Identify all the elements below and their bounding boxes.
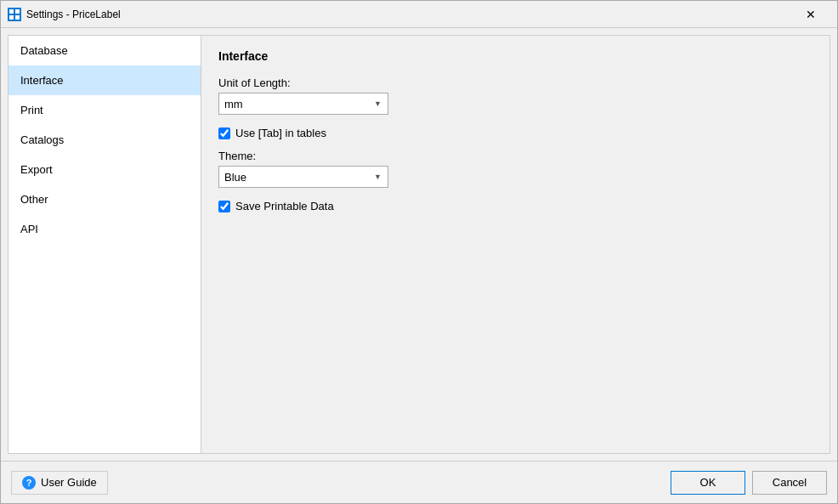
theme-group: Theme: Blue Default Dark <box>218 150 813 188</box>
theme-select-wrapper: Blue Default Dark <box>218 166 388 188</box>
help-icon: ? <box>22 476 36 490</box>
footer-buttons: OK Cancel <box>671 471 827 495</box>
unit-of-length-select[interactable]: mm cm inch <box>218 93 388 115</box>
save-printable-label: Save Printable Data <box>235 200 334 212</box>
use-tab-group: Use [Tab] in tables <box>218 127 813 139</box>
save-printable-checkbox[interactable] <box>218 201 230 212</box>
sidebar-item-export[interactable]: Export <box>8 155 201 184</box>
unit-of-length-group: Unit of Length: mm cm inch <box>218 76 813 115</box>
theme-select[interactable]: Blue Default Dark <box>218 166 388 188</box>
svg-rect-2 <box>9 15 14 20</box>
title-bar: Settings - PriceLabel ✕ <box>1 1 837 28</box>
cancel-button[interactable]: Cancel <box>752 471 827 495</box>
content-area: Database Interface Print Catalogs Export… <box>1 28 837 503</box>
svg-rect-3 <box>15 15 20 20</box>
sidebar-item-catalogs[interactable]: Catalogs <box>8 125 201 155</box>
window-title: Settings - PriceLabel <box>26 8 791 20</box>
sidebar-item-api[interactable]: API <box>8 214 201 244</box>
sidebar-item-print[interactable]: Print <box>8 95 201 125</box>
panel: Interface Unit of Length: mm cm inch <box>201 35 830 454</box>
main-area: Database Interface Print Catalogs Export… <box>1 28 837 461</box>
user-guide-button[interactable]: ? User Guide <box>11 471 108 495</box>
ok-button[interactable]: OK <box>671 471 745 495</box>
theme-label: Theme: <box>218 150 813 162</box>
close-button[interactable]: ✕ <box>791 1 830 28</box>
unit-of-length-label: Unit of Length: <box>218 76 813 89</box>
sidebar-item-interface[interactable]: Interface <box>8 65 201 95</box>
settings-window: Settings - PriceLabel ✕ Database Interfa… <box>0 0 838 504</box>
sidebar-item-database[interactable]: Database <box>8 36 201 65</box>
app-icon <box>8 8 21 21</box>
use-tab-label: Use [Tab] in tables <box>235 127 326 139</box>
user-guide-label: User Guide <box>41 476 97 489</box>
svg-rect-1 <box>15 9 20 14</box>
unit-select-wrapper: mm cm inch <box>218 93 388 115</box>
save-printable-group: Save Printable Data <box>218 200 813 212</box>
footer: ? User Guide OK Cancel <box>1 461 837 503</box>
sidebar: Database Interface Print Catalogs Export… <box>8 35 201 454</box>
sidebar-item-other[interactable]: Other <box>8 184 201 214</box>
panel-title: Interface <box>218 49 813 63</box>
svg-rect-0 <box>9 9 14 14</box>
use-tab-checkbox[interactable] <box>218 127 230 139</box>
